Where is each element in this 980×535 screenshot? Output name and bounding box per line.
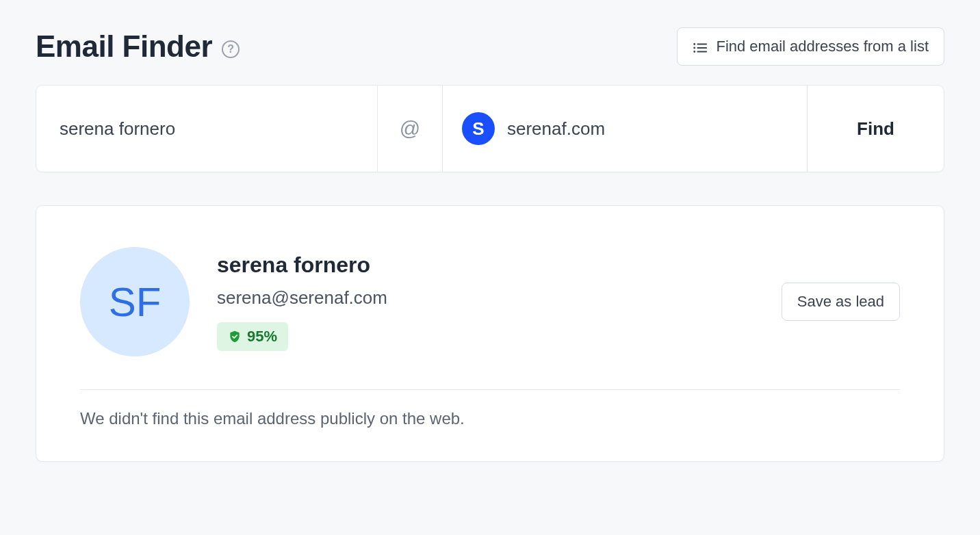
result-name: serena fornero — [217, 252, 754, 278]
search-card: @ S Find — [36, 85, 944, 172]
find-button[interactable]: Find — [807, 86, 944, 172]
result-card: SF serena fornero serena@serenaf.com 95%… — [36, 205, 944, 462]
header-row: Email Finder ? Find email addresses from… — [36, 27, 944, 66]
page-title: Email Finder — [36, 29, 212, 64]
svg-point-4 — [695, 51, 695, 52]
title-wrap: Email Finder ? — [36, 29, 240, 64]
not-found-message: We didn't find this email address public… — [80, 409, 900, 428]
avatar: SF — [80, 247, 190, 356]
svg-point-0 — [695, 44, 695, 44]
result-top: SF serena fornero serena@serenaf.com 95%… — [80, 247, 900, 356]
at-separator: @ — [377, 86, 443, 172]
result-divider — [80, 389, 900, 390]
confidence-value: 95% — [247, 328, 277, 345]
shield-icon — [228, 330, 242, 343]
find-from-list-button[interactable]: Find email addresses from a list — [677, 27, 944, 66]
domain-input[interactable] — [507, 118, 788, 140]
list-icon — [693, 40, 708, 53]
result-email: serena@serenaf.com — [217, 287, 754, 309]
email-finder-page: Email Finder ? Find email addresses from… — [0, 0, 980, 489]
help-icon[interactable]: ? — [222, 40, 240, 58]
find-from-list-label: Find email addresses from a list — [716, 38, 929, 55]
save-as-lead-button[interactable]: Save as lead — [782, 283, 900, 321]
domain-wrap: S — [443, 86, 807, 172]
result-info: serena fornero serena@serenaf.com 95% — [217, 252, 754, 351]
confidence-badge: 95% — [217, 322, 288, 351]
domain-favicon-badge: S — [462, 112, 495, 145]
name-input[interactable] — [36, 86, 377, 172]
svg-point-2 — [695, 47, 695, 48]
